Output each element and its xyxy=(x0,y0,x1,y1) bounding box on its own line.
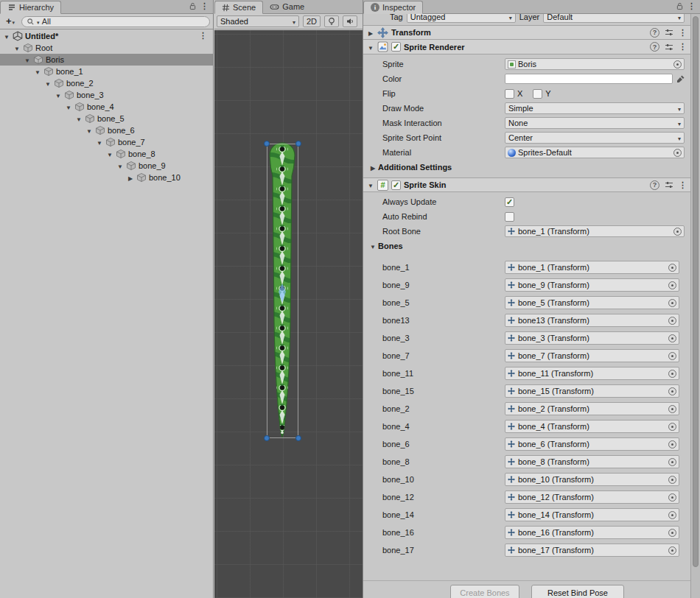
object-picker-icon[interactable] xyxy=(668,299,676,307)
foldout-icon[interactable] xyxy=(96,138,103,147)
scene-viewport[interactable] xyxy=(214,30,363,598)
foldout-icon[interactable] xyxy=(127,173,134,182)
sprite-skin-component-header[interactable]: Sprite Skin xyxy=(363,177,690,192)
bone-object-field[interactable]: bone_14 (Transform) xyxy=(505,508,679,521)
bone-object-field[interactable]: bone_6 (Transform) xyxy=(505,437,679,451)
object-picker-icon[interactable] xyxy=(668,511,676,519)
foldout-icon[interactable] xyxy=(13,43,21,52)
bone-object-field[interactable]: bone_1 (Transform) xyxy=(505,261,679,274)
component-enabled-checkbox[interactable] xyxy=(391,180,401,190)
foldout-icon[interactable] xyxy=(106,150,113,158)
object-picker-icon[interactable] xyxy=(668,264,676,272)
tab-inspector[interactable]: i Inspector xyxy=(363,1,423,14)
shading-mode-dropdown[interactable]: Shaded xyxy=(217,15,299,27)
hierarchy-tree-row[interactable]: bone_9 xyxy=(0,160,213,172)
flip-y-checkbox[interactable] xyxy=(533,89,542,99)
eyedropper-icon[interactable] xyxy=(676,73,686,84)
hierarchy-tree-row[interactable]: bone_10 xyxy=(0,172,213,183)
flip-x-checkbox[interactable] xyxy=(505,89,514,99)
hierarchy-search-input[interactable]: All xyxy=(21,16,210,27)
foldout-icon[interactable] xyxy=(75,114,83,123)
transform-component-header[interactable]: Transform xyxy=(363,25,690,40)
foldout-icon[interactable] xyxy=(367,28,374,37)
object-picker-icon[interactable] xyxy=(668,352,676,360)
object-picker-icon[interactable] xyxy=(668,334,676,342)
bone-object-field[interactable]: bone_16 (Transform) xyxy=(505,526,679,539)
selection-handle-bottom-right[interactable] xyxy=(295,435,301,441)
tab-scene[interactable]: Scene xyxy=(214,1,263,14)
object-picker-icon[interactable] xyxy=(668,493,676,502)
object-picker-icon[interactable] xyxy=(668,281,676,289)
component-enabled-checkbox[interactable] xyxy=(391,42,401,52)
scrollbar-thumb[interactable] xyxy=(693,16,699,567)
color-swatch[interactable] xyxy=(505,74,673,84)
help-icon[interactable] xyxy=(650,42,659,52)
hierarchy-tree-row[interactable]: bone_1 xyxy=(0,66,213,77)
bone-object-field[interactable]: bone_3 (Transform) xyxy=(505,331,679,345)
lock-icon[interactable] xyxy=(676,2,683,10)
object-picker-icon[interactable] xyxy=(668,423,676,431)
bone-object-field[interactable]: bone_17 (Transform) xyxy=(505,544,679,557)
root-bone-object-field[interactable]: bone_1 (Transform) xyxy=(505,225,685,237)
hierarchy-tree-row[interactable]: bone_6 xyxy=(0,124,213,136)
material-object-field[interactable]: Sprites-Default xyxy=(505,147,685,158)
audio-toggle-button[interactable] xyxy=(343,15,357,27)
create-menu-button[interactable]: + xyxy=(3,15,18,27)
hierarchy-tree-row[interactable]: Root xyxy=(0,42,213,54)
foldout-icon[interactable] xyxy=(85,126,93,135)
foldout-icon[interactable] xyxy=(367,43,374,52)
sprite-object-field[interactable]: Boris xyxy=(505,58,685,70)
hierarchy-tree-row[interactable]: Untitled* xyxy=(0,30,213,42)
selection-handle-bottom-left[interactable] xyxy=(264,435,270,441)
kebab-menu-icon[interactable] xyxy=(199,31,207,41)
hierarchy-tree-row[interactable]: bone_4 xyxy=(0,101,213,113)
tab-game[interactable]: Game xyxy=(263,0,311,13)
foldout-icon[interactable] xyxy=(55,91,62,99)
object-picker-icon[interactable] xyxy=(668,405,676,413)
bone-object-field[interactable]: bone_9 (Transform) xyxy=(505,278,679,292)
selection-handle-top-left[interactable] xyxy=(264,141,270,147)
bone-object-field[interactable]: bone_7 (Transform) xyxy=(505,349,679,362)
tab-hierarchy[interactable]: Hierarchy xyxy=(0,1,61,14)
bone-object-field[interactable]: bone_12 (Transform) xyxy=(505,490,679,504)
hierarchy-tree-row[interactable]: Boris xyxy=(0,54,213,66)
bone-object-field[interactable]: bone_10 (Transform) xyxy=(505,473,679,486)
tag-dropdown[interactable]: Untagged xyxy=(407,14,516,23)
object-picker-icon[interactable] xyxy=(668,387,676,395)
bone-object-field[interactable]: bone_2 (Transform) xyxy=(505,402,679,415)
bone-object-field[interactable]: bone_11 (Transform) xyxy=(505,367,679,380)
lighting-toggle-button[interactable] xyxy=(324,15,339,27)
object-picker-icon[interactable] xyxy=(673,149,682,157)
foldout-icon[interactable] xyxy=(24,55,31,64)
create-bones-button[interactable]: Create Bones xyxy=(450,585,519,598)
foldout-icon[interactable] xyxy=(116,161,124,170)
inspector-scrollbar[interactable] xyxy=(690,14,700,598)
help-icon[interactable] xyxy=(650,180,659,190)
additional-settings-foldout[interactable]: Additional Settings xyxy=(363,160,690,175)
sprite-sort-point-dropdown[interactable]: Center xyxy=(505,132,685,144)
hierarchy-tree-row[interactable]: bone_3 xyxy=(0,89,213,101)
selection-handle-top-right[interactable] xyxy=(295,141,301,147)
object-picker-icon[interactable] xyxy=(668,476,676,484)
help-icon[interactable] xyxy=(650,28,659,38)
kebab-menu-icon[interactable] xyxy=(679,180,687,190)
hierarchy-tree-row[interactable]: bone_2 xyxy=(0,77,213,89)
object-picker-icon[interactable] xyxy=(668,317,676,325)
always-update-checkbox[interactable] xyxy=(505,197,514,207)
object-picker-icon[interactable] xyxy=(673,60,682,68)
presets-icon[interactable] xyxy=(665,28,673,37)
foldout-icon[interactable] xyxy=(34,67,41,76)
layer-dropdown[interactable]: Default xyxy=(543,14,685,23)
bone-object-field[interactable]: bone_15 (Transform) xyxy=(505,384,679,398)
object-picker-icon[interactable] xyxy=(668,370,676,378)
bone-object-field[interactable]: bone_8 (Transform) xyxy=(505,455,679,468)
kebab-menu-icon[interactable] xyxy=(679,42,687,52)
auto-rebind-checkbox[interactable] xyxy=(505,212,514,222)
presets-icon[interactable] xyxy=(665,43,673,52)
object-picker-icon[interactable] xyxy=(668,440,676,448)
kebab-menu-icon[interactable] xyxy=(200,1,209,11)
bone-object-field[interactable]: bone13 (Transform) xyxy=(505,314,679,327)
foldout-icon[interactable] xyxy=(44,79,52,88)
hierarchy-tree-row[interactable]: bone_8 xyxy=(0,148,213,160)
mask-interaction-dropdown[interactable]: None xyxy=(505,117,685,129)
